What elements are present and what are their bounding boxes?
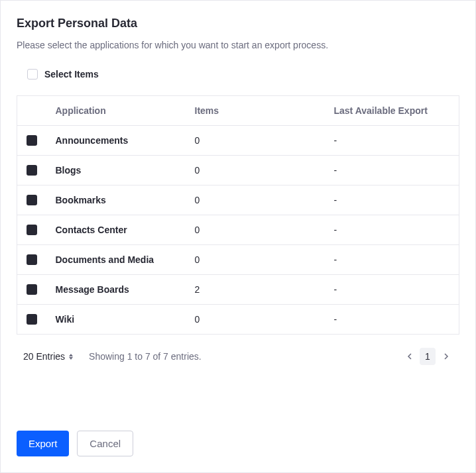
row-last-export: -: [327, 126, 459, 156]
table-row: Announcements 0 -: [17, 126, 459, 156]
chevron-right-icon: [444, 353, 449, 360]
row-last-export: -: [327, 275, 459, 305]
table-row: Contacts Center 0 -: [17, 215, 459, 245]
row-checkbox[interactable]: [27, 225, 37, 235]
row-last-export: -: [327, 305, 459, 335]
page-number-current[interactable]: 1: [420, 348, 436, 365]
action-buttons: Export Cancel: [17, 431, 133, 456]
row-last-export: -: [327, 156, 459, 185]
row-items: 0: [188, 126, 327, 156]
showing-entries-text: Showing 1 to 7 of 7 entries.: [89, 351, 202, 362]
next-page-button[interactable]: [440, 349, 453, 364]
row-last-export: -: [327, 215, 459, 245]
select-all-row: Select Items: [17, 69, 459, 79]
row-application: Announcements: [49, 126, 188, 156]
row-checkbox[interactable]: [27, 135, 37, 146]
row-application: Wiki: [49, 305, 188, 335]
table-row: Blogs 0 -: [17, 156, 459, 185]
previous-page-button[interactable]: [402, 349, 416, 364]
sort-icon: [69, 354, 73, 360]
row-items: 0: [188, 215, 327, 245]
table-row: Wiki 0 -: [17, 305, 459, 335]
row-application: Message Boards: [49, 275, 188, 305]
header-items: Items: [188, 96, 327, 126]
row-items: 0: [188, 156, 327, 185]
row-checkbox[interactable]: [27, 314, 37, 325]
row-checkbox[interactable]: [27, 165, 37, 176]
select-all-checkbox[interactable]: [27, 69, 38, 79]
row-application: Documents and Media: [49, 245, 188, 275]
pagination-bar: 20 Entries Showing 1 to 7 of 7 entries. …: [17, 348, 459, 365]
row-items: 2: [188, 275, 327, 305]
pagination-left: 20 Entries Showing 1 to 7 of 7 entries.: [23, 351, 202, 362]
export-personal-data-panel: Export Personal Data Please select the a…: [0, 0, 476, 473]
applications-table: Application Items Last Available Export …: [17, 95, 459, 335]
row-items: 0: [188, 305, 327, 335]
entries-per-page-selector[interactable]: 20 Entries: [23, 351, 73, 362]
row-last-export: -: [327, 185, 459, 215]
page-description: Please select the applications for which…: [17, 40, 459, 50]
row-items: 0: [188, 185, 327, 215]
row-items: 0: [188, 245, 327, 275]
row-checkbox[interactable]: [27, 284, 37, 295]
cancel-button[interactable]: Cancel: [77, 431, 133, 456]
row-checkbox[interactable]: [27, 195, 37, 205]
row-checkbox[interactable]: [27, 254, 37, 265]
pagination-right: 1: [402, 348, 453, 365]
header-last-export: Last Available Export: [327, 96, 459, 126]
entries-label: 20 Entries: [23, 351, 65, 362]
row-last-export: -: [327, 245, 459, 275]
page-title: Export Personal Data: [17, 17, 459, 30]
table-row: Documents and Media 0 -: [17, 245, 459, 275]
row-application: Contacts Center: [49, 215, 188, 245]
header-checkbox-col: [17, 96, 49, 126]
export-button[interactable]: Export: [17, 431, 69, 456]
table-row: Message Boards 2 -: [17, 275, 459, 305]
row-application: Blogs: [49, 156, 188, 185]
row-application: Bookmarks: [49, 185, 188, 215]
select-all-label: Select Items: [44, 69, 99, 79]
chevron-left-icon: [407, 353, 412, 360]
table-row: Bookmarks 0 -: [17, 185, 459, 215]
header-application: Application: [49, 96, 188, 126]
